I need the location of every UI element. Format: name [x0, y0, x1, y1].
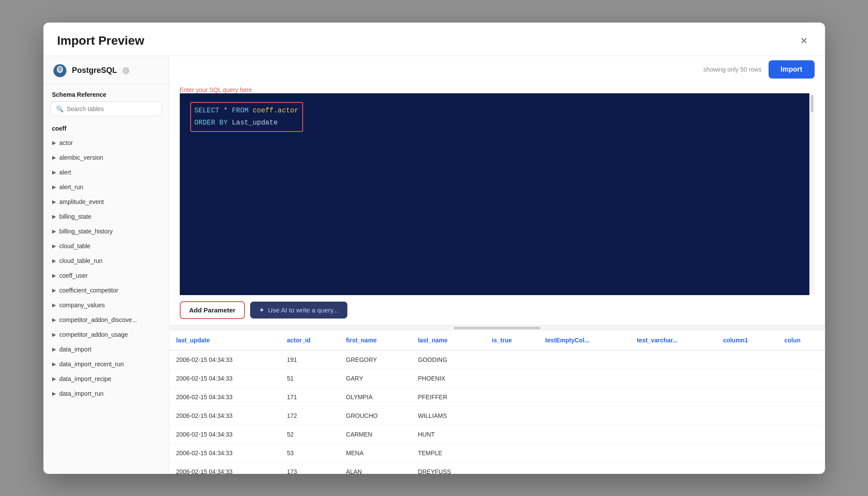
table-cell: PFEIFFER [411, 388, 485, 406]
ai-query-button[interactable]: ✦ Use AI to write a query... [250, 302, 347, 319]
table-cell [777, 406, 825, 425]
search-input[interactable] [67, 105, 156, 112]
table-cell [777, 443, 825, 462]
arrow-icon: ▶ [52, 214, 56, 220]
sql-query-box[interactable]: SELECT * FROM coeff.actor ORDER BY Last_… [190, 102, 303, 132]
horizontal-scroll-indicator [169, 325, 825, 331]
table-cell: PHOENIX [411, 369, 485, 388]
table-list-item[interactable]: ▶alert_run [43, 180, 169, 194]
table-cell: 53 [280, 443, 339, 462]
table-list-item[interactable]: ▶data_import_recipe [43, 371, 169, 386]
table-cell [538, 443, 630, 462]
table-cell: TEMPLE [411, 443, 485, 462]
table-cell [485, 350, 538, 369]
table-list-item[interactable]: ▶cloud_table_run [43, 253, 169, 268]
main-content: showing only 50 rows Import Enter your S… [169, 56, 825, 474]
table-cell [485, 425, 538, 443]
table-cell: GROUCHO [339, 406, 411, 425]
table-list-item[interactable]: ▶amplitude_event [43, 194, 169, 209]
table-list-item[interactable]: ▶data_import_run [43, 386, 169, 401]
table-list-item[interactable]: ▶competitor_addon_discove... [43, 312, 169, 327]
table-list-item[interactable]: ▶competitor_addon_usage [43, 327, 169, 342]
table-name: alert [59, 169, 71, 176]
showing-rows-label: showing only 50 rows [703, 66, 762, 73]
arrow-icon: ▶ [52, 228, 56, 234]
table-list-item[interactable]: ▶billing_state [43, 209, 169, 224]
table-list-item[interactable]: ▶alembic_version [43, 150, 169, 165]
arrow-icon: ▶ [52, 317, 56, 323]
results-table-wrap[interactable]: last_updateactor_idfirst_namelast_nameis… [169, 331, 825, 474]
sidebar: PostgreSQL i Schema Reference 🔍 coeff ▶a… [43, 56, 169, 474]
table-list-item[interactable]: ▶coefficient_competitor [43, 283, 169, 298]
table-cell [485, 388, 538, 406]
table-cell [716, 350, 777, 369]
table-cell [538, 388, 630, 406]
sql-editor-inner: SELECT * FROM coeff.actor ORDER BY Last_… [180, 93, 815, 295]
table-list-item[interactable]: ▶actor [43, 135, 169, 150]
column-header: actor_id [280, 331, 339, 350]
table-cell: CARMEN [339, 425, 411, 443]
close-button[interactable]: × [797, 33, 811, 49]
import-button[interactable]: Import [769, 60, 815, 79]
arrow-icon: ▶ [52, 199, 56, 205]
table-cell: 2006-02-15 04:34:33 [169, 425, 280, 443]
table-list-item[interactable]: ▶data_import [43, 342, 169, 357]
table-list-item[interactable]: ▶company_values [43, 298, 169, 312]
table-cell: MENA [339, 443, 411, 462]
table-cell [485, 462, 538, 474]
table-cell [777, 388, 825, 406]
editor-scrollbar[interactable] [809, 93, 815, 295]
table-list-item[interactable]: ▶coeff_user [43, 268, 169, 283]
table-cell: 2006-02-15 04:34:33 [169, 369, 280, 388]
action-bar: Add Parameter ✦ Use AI to write a query.… [169, 295, 825, 325]
table-cell [716, 462, 777, 474]
table-cell: 191 [280, 350, 339, 369]
table-list-item[interactable]: ▶cloud_table [43, 239, 169, 253]
table-cell [630, 388, 716, 406]
table-cell [630, 462, 716, 474]
sql-line-1: SELECT * FROM coeff.actor [195, 105, 299, 117]
table-cell [630, 350, 716, 369]
table-cell: GREGORY [339, 350, 411, 369]
table-name: cloud_table [59, 243, 91, 250]
sql-editor[interactable]: SELECT * FROM coeff.actor ORDER BY Last_… [180, 93, 815, 295]
table-row: 2006-02-15 04:34:3352CARMENHUNT [169, 425, 825, 443]
header-row: last_updateactor_idfirst_namelast_nameis… [169, 331, 825, 350]
table-list-item[interactable]: ▶billing_state_history [43, 224, 169, 239]
query-hint: Enter your SQL query here [169, 83, 825, 93]
arrow-icon: ▶ [52, 273, 56, 279]
column-header: last_name [411, 331, 485, 350]
table-cell: WILLIAMS [411, 406, 485, 425]
column-header: last_update [169, 331, 280, 350]
table-cell: 2006-02-15 04:34:33 [169, 350, 280, 369]
search-input-wrap: 🔍 [50, 102, 162, 116]
table-row: 2006-02-15 04:34:33191GREGORYGOODING [169, 350, 825, 369]
table-cell: 2006-02-15 04:34:33 [169, 388, 280, 406]
table-list-item[interactable]: ▶alert [43, 165, 169, 180]
svg-point-4 [58, 69, 59, 69]
table-cell [716, 369, 777, 388]
modal-overlay: Import Preview × [0, 0, 868, 496]
table-name: billing_state_history [59, 228, 113, 235]
table-cell: 2006-02-15 04:34:33 [169, 462, 280, 474]
table-row: 2006-02-15 04:34:3351GARYPHOENIX [169, 369, 825, 388]
table-cell [538, 406, 630, 425]
add-parameter-button[interactable]: Add Parameter [180, 301, 245, 319]
schema-reference-label: Schema Reference [43, 84, 169, 102]
table-cell: 173 [280, 462, 339, 474]
table-cell [716, 443, 777, 462]
table-list-item[interactable]: ▶data_import_recent_run [43, 357, 169, 371]
results-table: last_updateactor_idfirst_namelast_nameis… [169, 331, 825, 474]
arrow-icon: ▶ [52, 154, 56, 161]
top-bar: showing only 50 rows Import [169, 56, 825, 83]
db-header: PostgreSQL i [43, 56, 169, 84]
table-cell: ALAN [339, 462, 411, 474]
table-cell: 171 [280, 388, 339, 406]
table-header: last_updateactor_idfirst_namelast_nameis… [169, 331, 825, 350]
table-cell: 2006-02-15 04:34:33 [169, 406, 280, 425]
table-name: competitor_addon_usage [59, 331, 128, 338]
info-icon[interactable]: i [122, 67, 129, 74]
scroll-thumb [454, 327, 541, 329]
table-name: actor [59, 139, 73, 146]
table-name: data_import_recent_run [59, 361, 124, 368]
